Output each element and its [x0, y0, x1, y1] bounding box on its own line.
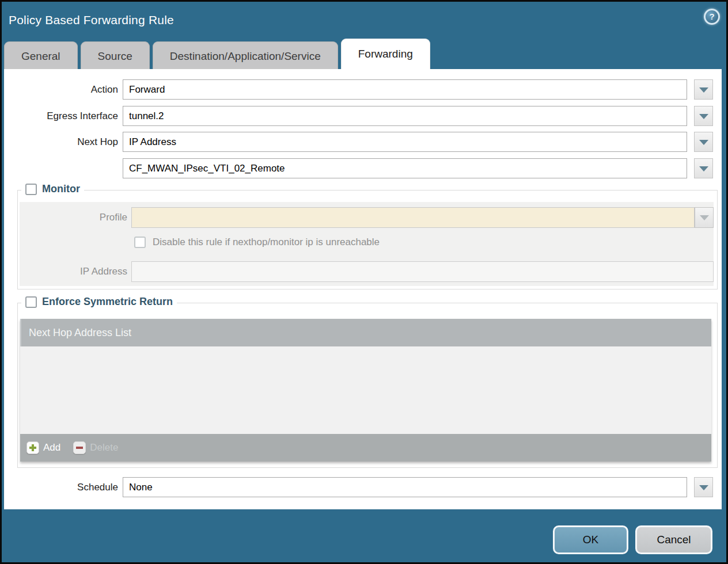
next-hop-address-list-body[interactable] [20, 346, 711, 434]
profile-field [131, 207, 695, 228]
chevron-down-icon [700, 215, 709, 220]
delete-button: Delete [73, 441, 118, 454]
next-hop-address-field[interactable]: CF_MWAN_IPsec_VTI_02_Remote [123, 158, 687, 178]
chevron-down-icon [699, 166, 708, 171]
cancel-button[interactable]: Cancel [635, 525, 712, 554]
disable-rule-checkbox [134, 237, 146, 248]
help-icon[interactable]: ? [704, 9, 720, 25]
next-hop-address-list-header: Next Hop Address List [20, 319, 711, 346]
ok-button[interactable]: OK [553, 525, 628, 554]
pbf-rule-dialog: Policy Based Forwarding Rule ? General S… [0, 0, 728, 564]
disable-rule-label: Disable this rule if nexthop/monitor ip … [153, 237, 380, 248]
monitor-ip-address-label: IP Address [20, 261, 127, 282]
monitor-legend: Monitor [21, 183, 84, 195]
forwarding-tab-panel: Action Forward Egress Interface tunnel.2… [4, 69, 722, 509]
egress-interface-dropdown-button[interactable] [694, 106, 713, 126]
chevron-down-icon [699, 87, 708, 92]
monitor-body: Profile Disable this rule if nexthop/mon… [20, 202, 714, 286]
tab-source[interactable]: Source [81, 41, 150, 69]
tab-bar: General Source Destination/Application/S… [4, 39, 430, 69]
next-hop-label: Next Hop [4, 132, 118, 152]
next-hop-dropdown-button[interactable] [694, 132, 713, 152]
minus-icon [73, 441, 86, 454]
dialog-title: Policy Based Forwarding Rule [9, 13, 174, 27]
profile-label: Profile [20, 207, 127, 228]
monitor-checkbox[interactable] [25, 184, 37, 195]
next-hop-address-dropdown-button[interactable] [694, 158, 713, 178]
schedule-dropdown-button[interactable] [694, 477, 713, 497]
monitor-section: Monitor Profile Disable this rule if nex… [17, 190, 718, 289]
enforce-symmetric-return-legend-label: Enforce Symmetric Return [42, 296, 173, 308]
enforce-symmetric-return-checkbox[interactable] [25, 296, 37, 308]
chevron-down-icon [699, 139, 708, 144]
monitor-legend-label: Monitor [42, 183, 80, 195]
chevron-down-icon [699, 113, 708, 119]
tab-forwarding[interactable]: Forwarding [341, 39, 430, 69]
add-button[interactable]: Add [26, 441, 60, 454]
action-label: Action [4, 79, 118, 100]
next-hop-address-list-toolbar: Add Delete [20, 434, 711, 462]
profile-dropdown-button [695, 207, 714, 228]
schedule-field[interactable]: None [123, 477, 687, 497]
tab-destination-application-service[interactable]: Destination/Application/Service [153, 41, 338, 69]
schedule-label: Schedule [4, 477, 118, 497]
action-field[interactable]: Forward [123, 79, 687, 100]
enforce-symmetric-return-legend: Enforce Symmetric Return [21, 296, 177, 308]
tab-general[interactable]: General [4, 41, 78, 69]
monitor-ip-address-field [131, 261, 714, 282]
egress-interface-label: Egress Interface [4, 106, 118, 126]
action-dropdown-button[interactable] [694, 79, 713, 100]
egress-interface-field[interactable]: tunnel.2 [123, 106, 687, 126]
next-hop-address-list-table: Next Hop Address List Add Delete [20, 319, 711, 462]
next-hop-field[interactable]: IP Address [123, 132, 687, 152]
plus-icon [26, 441, 39, 454]
enforce-symmetric-return-section: Enforce Symmetric Return Next Hop Addres… [17, 303, 718, 468]
chevron-down-icon [699, 485, 708, 490]
